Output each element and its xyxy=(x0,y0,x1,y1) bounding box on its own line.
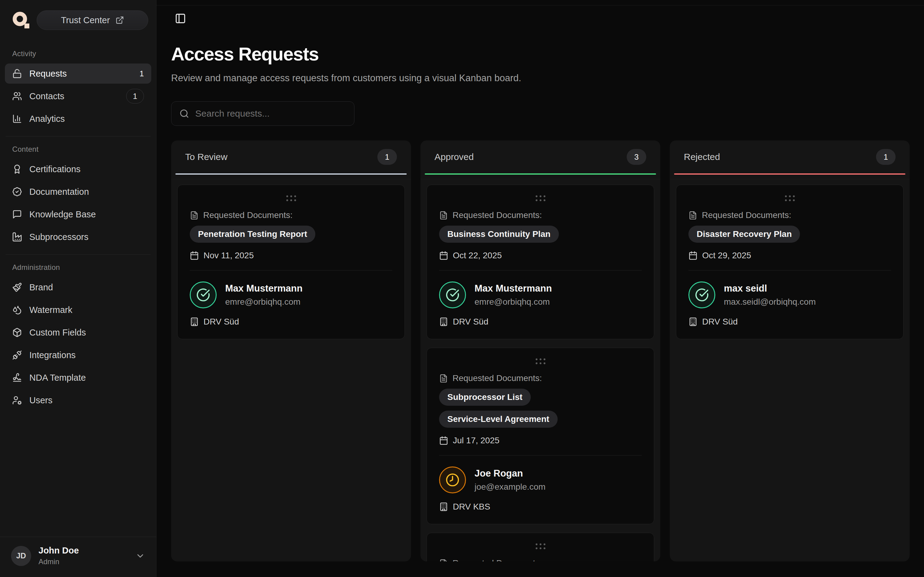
request-date-label: Jul 17, 2025 xyxy=(453,436,499,445)
file-text-icon xyxy=(688,211,697,220)
drag-handle-icon[interactable] xyxy=(536,543,545,549)
requester-email: max.seidl@orbiqhq.com xyxy=(724,297,816,307)
calendar-icon xyxy=(688,251,698,260)
requester-status-avatar xyxy=(688,282,715,308)
column-header: To Review 1 xyxy=(171,140,411,173)
requester-email: emre@orbiqhq.com xyxy=(475,297,552,307)
requester-status-avatar xyxy=(439,282,466,308)
sidebar-item-watermark[interactable]: Watermark xyxy=(5,300,151,320)
kanban-column-to-review: To Review 1 Requested Documents: Penetra… xyxy=(171,140,411,561)
sidebar-item-certifications[interactable]: Certifications xyxy=(5,159,151,179)
sidebar-item-subprocessors[interactable]: Subprocessors xyxy=(5,227,151,247)
kanban-board: To Review 1 Requested Documents: Penetra… xyxy=(171,140,909,561)
drag-handle-icon[interactable] xyxy=(536,195,545,201)
request-date-label: Oct 29, 2025 xyxy=(702,251,751,260)
box-icon xyxy=(12,327,22,337)
requester-org: DRV Süd xyxy=(688,317,891,327)
requester-info: Max Mustermann emre@orbiqhq.com xyxy=(190,282,393,308)
drag-handle-icon[interactable] xyxy=(536,358,545,364)
user-name: John Doe xyxy=(39,546,128,556)
request-card[interactable]: Requested Documents: Subprocessor ListSe… xyxy=(426,348,654,524)
user-menu[interactable]: JD John Doe Admin xyxy=(0,537,156,577)
sidebar-item-label: NDA Template xyxy=(29,373,144,383)
page-title: Access Requests xyxy=(171,44,909,65)
request-date-label: Oct 22, 2025 xyxy=(453,251,502,260)
page-subtitle: Review and manage access requests from c… xyxy=(171,73,909,84)
file-text-icon xyxy=(190,211,199,220)
sidebar-item-knowledge-base[interactable]: Knowledge Base xyxy=(5,204,151,224)
requested-documents-row: Requested Documents: xyxy=(688,210,891,220)
request-card[interactable]: Requested Documents: Disaster Recovery P… xyxy=(676,185,903,339)
sidebar-item-requests[interactable]: Requests 1 xyxy=(5,63,151,84)
circle-check-icon xyxy=(695,288,709,302)
requester-name: max seidl xyxy=(724,283,816,294)
calendar-icon xyxy=(190,251,199,260)
sidebar: Trust Center Activity Requests 1 Contact… xyxy=(0,0,157,577)
document-chips: Penetration Testing Report xyxy=(190,226,393,243)
requester-info: max seidl max.seidl@orbiqhq.com xyxy=(688,282,891,308)
search-box xyxy=(171,102,354,126)
paintbrush-icon xyxy=(12,282,22,292)
external-link-icon xyxy=(115,16,124,24)
column-count-badge: 1 xyxy=(377,149,397,165)
users-icon xyxy=(12,91,22,101)
user-role: Admin xyxy=(39,558,128,566)
chevron-down-icon xyxy=(136,551,145,561)
trust-center-label: Trust Center xyxy=(61,15,110,25)
sidebar-item-integrations[interactable]: Integrations xyxy=(5,345,151,365)
sidebar-item-documentation[interactable]: Documentation xyxy=(5,182,151,202)
column-accent-bar xyxy=(175,173,407,175)
sidebar-section-label: Administration xyxy=(0,263,156,272)
requester-email: emre@orbiqhq.com xyxy=(225,297,302,307)
request-card[interactable]: Requested Documents: Business Continuity… xyxy=(426,185,654,339)
document-chip: Disaster Recovery Plan xyxy=(688,226,800,243)
clock-icon xyxy=(446,473,460,487)
search-input[interactable] xyxy=(195,108,346,119)
card-divider xyxy=(190,270,393,271)
requested-documents-label: Requested Documents: xyxy=(702,210,792,220)
sidebar-item-custom-fields[interactable]: Custom Fields xyxy=(5,322,151,343)
user-cog-icon xyxy=(12,395,22,405)
requester-identity: max seidl max.seidl@orbiqhq.com xyxy=(724,283,816,307)
sidebar-item-contacts[interactable]: Contacts 1 xyxy=(5,86,151,106)
building-icon xyxy=(190,317,199,326)
request-date: Oct 22, 2025 xyxy=(439,251,642,260)
top-divider xyxy=(157,0,924,5)
document-chip: Penetration Testing Report xyxy=(190,226,315,243)
requested-documents-row: Requested Documents: xyxy=(439,373,642,383)
calendar-icon xyxy=(439,251,448,260)
column-card-list: Requested Documents: Penetration Testing… xyxy=(171,179,411,561)
drag-handle-icon[interactable] xyxy=(785,195,795,201)
drag-handle-icon[interactable] xyxy=(286,195,296,201)
sidebar-item-label: Knowledge Base xyxy=(29,210,144,219)
building-icon xyxy=(688,317,698,326)
card-divider xyxy=(439,455,642,456)
requested-documents-label: Requested Documents: xyxy=(452,210,542,220)
sidebar-item-brand[interactable]: Brand xyxy=(5,277,151,297)
award-icon xyxy=(12,164,22,174)
request-card[interactable]: Requested Documents: IT Contingency Plan… xyxy=(426,533,654,561)
calendar-icon xyxy=(439,436,448,445)
sidebar-item-nda-template[interactable]: NDA Template xyxy=(5,367,151,388)
sidebar-item-users[interactable]: Users xyxy=(5,390,151,410)
column-title: Approved xyxy=(435,152,473,162)
request-card[interactable]: Requested Documents: Penetration Testing… xyxy=(177,185,405,339)
kanban-column-approved: Approved 3 Requested Documents: Business… xyxy=(420,140,660,561)
avatar: JD xyxy=(11,546,31,566)
circle-check-icon xyxy=(196,288,210,302)
requested-documents-row: Requested Documents: xyxy=(439,558,642,561)
file-text-icon xyxy=(439,559,448,562)
sidebar-item-label: Documentation xyxy=(29,187,144,197)
document-chips: Business Continuity Plan xyxy=(439,226,642,243)
trust-center-button[interactable]: Trust Center xyxy=(37,10,148,30)
sidebar-item-label: Integrations xyxy=(29,350,144,360)
requester-org: DRV Süd xyxy=(190,317,393,327)
sidebar-toggle-button[interactable] xyxy=(175,13,186,25)
requester-name: Joe Rogan xyxy=(475,468,545,479)
sidebar-item-label: Analytics xyxy=(29,114,144,124)
app-logo-icon xyxy=(12,11,30,29)
document-chip: Business Continuity Plan xyxy=(439,226,559,243)
requested-documents-row: Requested Documents: xyxy=(439,210,642,220)
circle-check-icon xyxy=(446,288,460,302)
sidebar-item-analytics[interactable]: Analytics xyxy=(5,109,151,129)
